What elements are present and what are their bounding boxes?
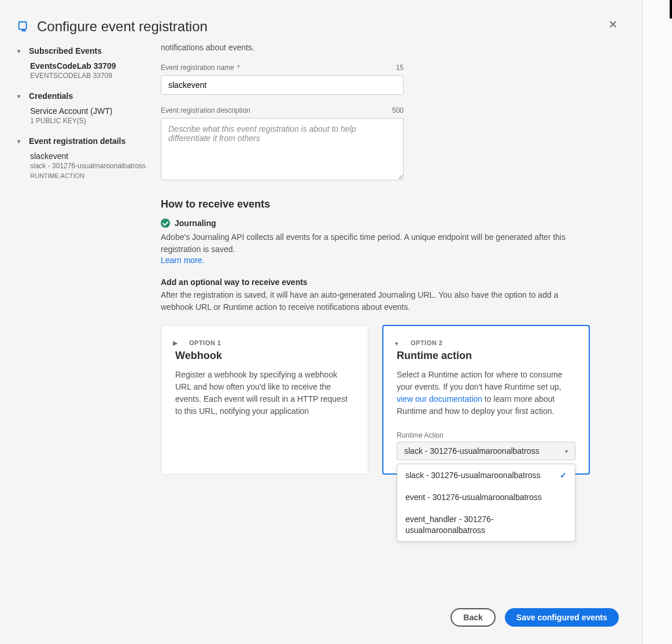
sidebar-heading-details[interactable]: ▾ Event registration details [17,136,150,146]
sidebar-item-sub: 1 PUBLIC KEY(S) [30,117,150,125]
dropdown-item[interactable]: event_handler - 301276-usualmaroonalbatr… [397,508,575,541]
modal-header: Configure event registration [0,0,642,46]
registration-description-input[interactable] [161,118,404,180]
optional-desc: After the registration is saved, it will… [161,289,590,313]
option-title: Runtime action [397,350,575,362]
events-icon [17,20,30,33]
registration-name-input[interactable] [161,75,404,95]
svg-rect-0 [19,22,27,29]
sidebar-heading-label: Subscribed Events [29,46,102,55]
page-title: Configure event registration [37,18,208,35]
journaling-desc: Adobe's Journaling API collects all even… [161,231,590,256]
back-button[interactable]: Back [451,608,495,627]
sidebar-item-title: EventsCodeLab 33709 [30,61,150,71]
background-strip [642,0,672,644]
chevron-down-icon: ▾ [565,448,568,454]
sidebar: ▾ Subscribed Events EventsCodeLab 33709 … [17,46,150,475]
runtime-action-dropdown: slack - 301276-usualmaroonalbatross even… [397,464,575,542]
runtime-action-select[interactable]: slack - 301276-usualmaroonalbatross ▾ [397,442,575,460]
select-value: slack - 301276-usualmaroonalbatross [404,446,539,456]
runtime-action-select-wrapper: Runtime Action slack - 301276-usualmaroo… [397,431,575,460]
option-label: OPTION 1 [189,339,354,346]
field-label-text: Event registration name [161,64,234,72]
check-circle-icon [161,219,170,228]
option-desc: Register a webhook by specifying a webho… [175,369,354,417]
view-docs-link[interactable]: view our documentation [397,394,482,404]
option-card-webhook[interactable]: ▶ OPTION 1 Webhook Register a webhook by… [161,325,368,475]
required-asterisk: * [237,64,240,72]
char-count: 15 [396,64,404,72]
sidebar-item-title: slackevent [30,151,150,161]
option-desc: Select a Runtime action for where to con… [397,369,575,417]
save-button[interactable]: Save configured events [505,608,619,627]
option-title: Webhook [175,350,354,362]
option-card-runtime[interactable]: ▾ OPTION 2 Runtime action Select a Runti… [382,325,590,475]
sidebar-heading-credentials[interactable]: ▾ Credentials [17,91,150,101]
dropdown-item[interactable]: slack - 301276-usualmaroonalbatross [397,464,575,486]
option-desc-pre: Select a Runtime action for where to con… [397,370,562,391]
journaling-row: Journaling [161,219,590,228]
sidebar-item-service-account[interactable]: Service Account (JWT) 1 PUBLIC KEY(S) [17,106,150,125]
option-label: OPTION 2 [411,339,575,346]
field-label: Event registration name * [161,64,240,72]
select-label: Runtime Action [397,431,575,439]
char-count: 500 [392,106,404,114]
sidebar-item-meta: RUNTIME ACTION [30,172,150,179]
chevron-down-icon: ▾ [17,138,25,145]
field-registration-name: Event registration name * 15 [161,64,404,95]
journaling-title: Journaling [175,219,216,228]
sidebar-item-title: Service Account (JWT) [30,106,150,116]
main-content: notifications about events. Event regist… [150,46,625,475]
options-row: ▶ OPTION 1 Webhook Register a webhook by… [161,325,590,475]
sidebar-item-sub: slack - 301276-usualmaroonalbatross [30,162,150,170]
sidebar-item-sub: EVENTSCODELAB 33709 [30,72,150,80]
sidebar-heading-label: Credentials [29,91,73,101]
chevron-right-icon: ▶ [173,339,178,347]
optional-heading: Add an optional way to receive events [161,277,590,287]
field-registration-description: Event registration description 500 [161,106,404,182]
chevron-down-icon: ▾ [17,48,25,54]
sidebar-heading-subscribed[interactable]: ▾ Subscribed Events [17,46,150,55]
close-button[interactable] [607,18,619,30]
field-label: Event registration description [161,106,250,114]
dropdown-item[interactable]: event - 301276-usualmaroonalbatross [397,486,575,508]
sidebar-item-slackevent[interactable]: slackevent slack - 301276-usualmaroonalb… [17,151,150,179]
sidebar-heading-label: Event registration details [29,136,125,146]
section-heading-receive: How to receive events [161,198,590,210]
chevron-down-icon: ▾ [17,93,25,99]
learn-more-link[interactable]: Learn more. [161,256,204,265]
chevron-down-icon: ▾ [395,340,398,347]
sidebar-item-eventscodelab[interactable]: EventsCodeLab 33709 EVENTSCODELAB 33709 [17,61,150,80]
footer: Back Save configured events [451,608,619,627]
modal: Configure event registration ▾ Subscribe… [0,0,642,644]
